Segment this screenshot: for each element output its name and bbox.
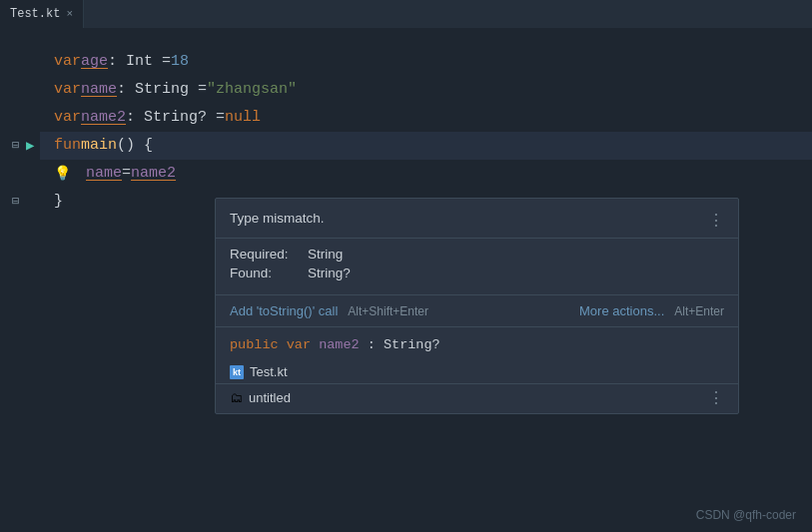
tooltip-body: Required: String Found: String?	[216, 239, 738, 294]
cp-colon: :	[368, 337, 384, 352]
tab-filename: Test.kt	[10, 7, 60, 21]
code-lines: var age : Int = 18 var name : String = "…	[40, 38, 812, 216]
code-line-4: ▶ ⊟ fun main () {	[40, 132, 812, 160]
keyword-fun: fun	[54, 132, 81, 160]
keyword-var-3: var	[54, 104, 81, 132]
tooltip-required-row: Required: String	[230, 247, 724, 262]
type-stringq: : String? =	[126, 104, 225, 132]
fold-icon-close[interactable]: ⊟	[12, 188, 19, 216]
type-colon-1: : Int =	[108, 48, 171, 76]
kt-file-icon: kt	[230, 365, 244, 379]
fun-main: main	[81, 132, 117, 160]
folder-text: untitled	[249, 390, 291, 405]
file-tab[interactable]: Test.kt ×	[0, 0, 84, 28]
tooltip-popup: Type mismatch. ⋮ Required: String Found:…	[215, 198, 739, 414]
value-null: null	[225, 104, 261, 132]
brace-open-parens: () {	[117, 132, 153, 160]
cp-type: String?	[384, 337, 440, 352]
cp-name2: name2	[319, 337, 360, 352]
more-actions-shortcut: Alt+Enter	[674, 304, 724, 318]
var-name: name	[81, 76, 117, 104]
code-line-1: var age : Int = 18	[40, 48, 812, 76]
fold-icon[interactable]: ⊟	[12, 132, 19, 160]
keyword-var-1: var	[54, 48, 81, 76]
code-line-5: 💡 name = name2	[40, 160, 812, 188]
arrow-indicator: ▶	[26, 132, 34, 160]
action-bar: Add 'toString()' call Alt+Shift+Enter Mo…	[216, 294, 738, 326]
assign-var-name: name	[86, 160, 122, 188]
cp-public: public	[230, 337, 287, 352]
tooltip-title: Type mismatch.	[230, 211, 325, 226]
warn-indicator: 💡	[54, 160, 71, 188]
brace-close: }	[54, 188, 63, 216]
folder-icon: 🗂	[230, 390, 243, 405]
keyword-var-2: var	[54, 76, 81, 104]
tab-bar: Test.kt ×	[0, 0, 812, 28]
tooltip-header-menu-icon[interactable]: ⋮	[708, 211, 724, 230]
var-name2: name2	[81, 104, 126, 132]
tooltip-footer-menu-icon[interactable]: ⋮	[708, 388, 724, 407]
more-actions-link[interactable]: More actions...	[579, 303, 664, 318]
value-18: 18	[171, 48, 189, 76]
required-value: String	[308, 247, 343, 262]
var-age: age	[81, 48, 108, 76]
add-tostring-link[interactable]: Add 'toString()' call	[230, 303, 338, 318]
cp-var: var	[287, 337, 319, 352]
tooltip-header: Type mismatch. ⋮	[216, 199, 738, 239]
found-label: Found:	[230, 266, 300, 280]
found-value: String?	[308, 266, 351, 280]
action-shortcut: Alt+Shift+Enter	[348, 304, 428, 318]
required-label: Required:	[230, 247, 300, 262]
tooltip-footer: 🗂 untitled ⋮	[216, 383, 738, 413]
assign-equals: =	[122, 160, 131, 188]
assign-name2: name2	[131, 160, 176, 188]
code-preview-line: public var name2 : String?	[230, 337, 724, 352]
tab-close-icon[interactable]: ×	[66, 8, 73, 20]
value-zhangsan: "zhangsan"	[207, 76, 297, 104]
type-string: : String =	[117, 76, 207, 104]
watermark: CSDN @qfh-coder	[696, 508, 796, 522]
code-line-2: var name : String = "zhangsan"	[40, 76, 812, 104]
file-path-row: kt Test.kt	[216, 360, 738, 383]
tooltip-found-row: Found: String?	[230, 266, 724, 280]
code-line-3: var name2 : String? = null	[40, 104, 812, 132]
code-preview: public var name2 : String?	[216, 326, 738, 360]
file-path-text: Test.kt	[250, 364, 288, 379]
